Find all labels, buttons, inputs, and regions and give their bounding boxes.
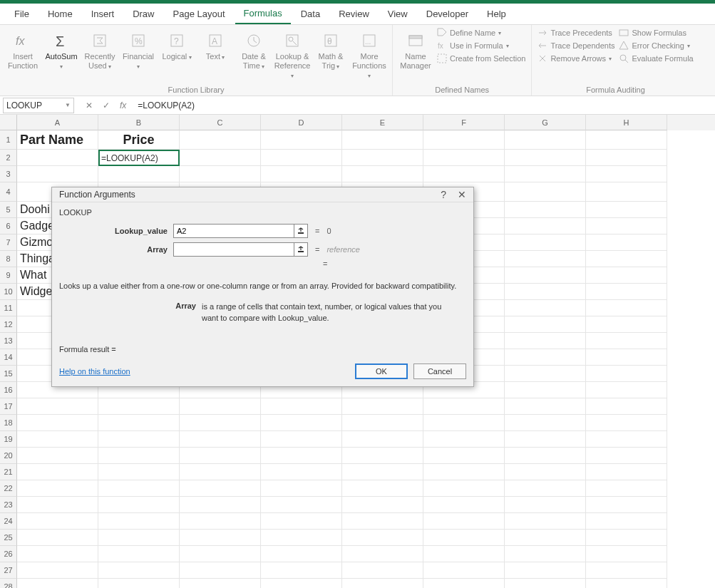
tab-draw[interactable]: Draw: [124, 4, 163, 24]
cell[interactable]: [586, 431, 667, 448]
cell[interactable]: [586, 333, 667, 349]
cell[interactable]: [586, 234, 667, 251]
cell[interactable]: [261, 398, 342, 415]
evaluate-formula-button[interactable]: Evaluate Formula: [619, 53, 693, 63]
cell[interactable]: [261, 464, 342, 480]
cell[interactable]: [423, 415, 505, 431]
cell[interactable]: [423, 546, 505, 562]
cell[interactable]: [586, 448, 667, 464]
cell[interactable]: [98, 415, 180, 431]
cell[interactable]: [98, 579, 180, 588]
tab-formulas[interactable]: Formulas: [235, 4, 291, 24]
row-header[interactable]: 2: [0, 150, 17, 166]
cell[interactable]: [17, 579, 98, 588]
cell[interactable]: [180, 448, 261, 464]
cell[interactable]: [505, 218, 586, 234]
cell-A1[interactable]: Part Name: [17, 130, 98, 150]
cell[interactable]: [180, 530, 261, 546]
cell[interactable]: [98, 448, 180, 464]
cell[interactable]: [342, 513, 423, 530]
cell[interactable]: [98, 530, 180, 546]
cell[interactable]: [180, 398, 261, 415]
cancel-button[interactable]: Cancel: [413, 363, 466, 379]
cell[interactable]: [342, 398, 423, 415]
formula-bar-input[interactable]: =LOOKUP(A2): [135, 99, 715, 112]
cell[interactable]: [423, 513, 505, 530]
cell[interactable]: [261, 579, 342, 588]
cell[interactable]: [180, 546, 261, 562]
cell[interactable]: [98, 398, 180, 415]
help-on-function-link[interactable]: Help on this function: [59, 367, 130, 376]
cell[interactable]: [180, 431, 261, 448]
row-header[interactable]: 18: [0, 415, 17, 431]
cell[interactable]: [505, 267, 586, 284]
cell[interactable]: [423, 579, 505, 588]
trace-precedents-button[interactable]: Trace Precedents: [537, 28, 614, 38]
cell[interactable]: [505, 234, 586, 251]
cell[interactable]: [180, 464, 261, 480]
cell[interactable]: [180, 150, 261, 166]
tab-review[interactable]: Review: [330, 4, 378, 24]
tab-view[interactable]: View: [379, 4, 416, 24]
col-header[interactable]: D: [261, 115, 342, 130]
cell[interactable]: [586, 513, 667, 530]
cell[interactable]: [17, 398, 98, 415]
row-header[interactable]: 24: [0, 513, 17, 530]
cell[interactable]: [505, 546, 586, 562]
cell[interactable]: [505, 166, 586, 182]
error-checking-button[interactable]: Error Checking: [619, 41, 693, 51]
cell[interactable]: [586, 251, 667, 267]
cell[interactable]: [505, 130, 586, 150]
cell[interactable]: [17, 562, 98, 579]
cell[interactable]: [423, 497, 505, 513]
cell[interactable]: [180, 166, 261, 182]
cell[interactable]: [505, 415, 586, 431]
financial-button[interactable]: % Financial: [121, 28, 155, 71]
tab-pagelayout[interactable]: Page Layout: [165, 4, 234, 24]
cell[interactable]: [586, 546, 667, 562]
cell[interactable]: [17, 497, 98, 513]
remove-arrows-button[interactable]: Remove Arrows: [537, 53, 614, 63]
cell[interactable]: [17, 431, 98, 448]
cell[interactable]: [423, 166, 505, 182]
row-header[interactable]: 17: [0, 398, 17, 415]
cell[interactable]: [180, 579, 261, 588]
cell[interactable]: [505, 300, 586, 316]
name-manager-button[interactable]: Name Manager: [398, 28, 433, 71]
cell[interactable]: [423, 150, 505, 166]
row-header[interactable]: 22: [0, 480, 17, 497]
cell[interactable]: [342, 415, 423, 431]
cell[interactable]: [505, 202, 586, 218]
cell[interactable]: [342, 546, 423, 562]
cell[interactable]: [505, 464, 586, 480]
cell[interactable]: [505, 530, 586, 546]
cell[interactable]: [17, 415, 98, 431]
row-header[interactable]: 5: [0, 202, 17, 218]
cell[interactable]: [98, 480, 180, 497]
lookup-reference-button[interactable]: Lookup & Reference: [275, 28, 309, 81]
more-functions-button[interactable]: ... More Functions: [352, 28, 386, 81]
col-header[interactable]: H: [586, 115, 667, 130]
tab-home[interactable]: Home: [39, 4, 81, 24]
cell[interactable]: [423, 480, 505, 497]
cell[interactable]: [423, 464, 505, 480]
cell[interactable]: [586, 562, 667, 579]
cell[interactable]: [261, 166, 342, 182]
cell[interactable]: [17, 513, 98, 530]
cell[interactable]: [505, 513, 586, 530]
row-header[interactable]: 23: [0, 497, 17, 513]
arg1-input[interactable]: [173, 224, 294, 238]
cell[interactable]: [505, 182, 586, 202]
row-header[interactable]: 13: [0, 333, 17, 349]
cell[interactable]: [423, 562, 505, 579]
row-header[interactable]: 11: [0, 300, 17, 316]
cell[interactable]: [342, 166, 423, 182]
cell[interactable]: [261, 150, 342, 166]
row-header[interactable]: 8: [0, 251, 17, 267]
col-header[interactable]: E: [342, 115, 423, 130]
col-header[interactable]: F: [423, 115, 505, 130]
cell[interactable]: [423, 398, 505, 415]
cell[interactable]: [505, 251, 586, 267]
cell[interactable]: [342, 530, 423, 546]
cell[interactable]: [342, 480, 423, 497]
